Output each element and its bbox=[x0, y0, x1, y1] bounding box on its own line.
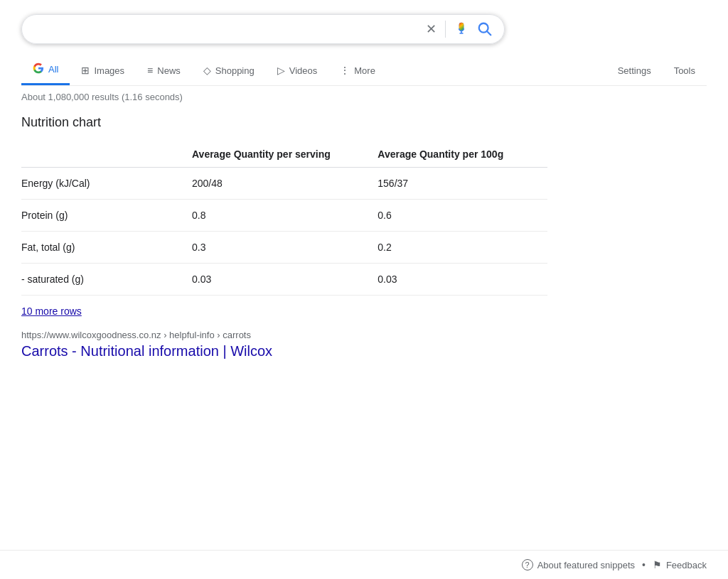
google-g-icon bbox=[33, 63, 44, 76]
table-cell-per_serving: 0.8 bbox=[192, 200, 378, 232]
nutrition-table: Average Quantity per serving Average Qua… bbox=[21, 141, 547, 296]
mic-icon[interactable] bbox=[454, 22, 469, 36]
results-count: About 1,080,000 results (1.16 seconds) bbox=[21, 92, 707, 102]
tab-shopping[interactable]: Shopping bbox=[192, 58, 266, 83]
table-cell-per_100g: 0.03 bbox=[378, 264, 547, 296]
about-snippets-label: About featured snippets bbox=[537, 560, 635, 570]
table-cell-per_serving: 0.3 bbox=[192, 232, 378, 264]
tab-images-label: Images bbox=[94, 65, 124, 76]
col-header-nutrient bbox=[21, 141, 192, 168]
table-row: Energy (kJ/Cal)200/48156/37 bbox=[21, 168, 547, 200]
nutrition-chart-title: Nutrition chart bbox=[21, 115, 707, 130]
table-cell-per_100g: 0.6 bbox=[378, 200, 547, 232]
table-cell-nutrient: Protein (g) bbox=[21, 200, 192, 232]
table-cell-nutrient: - saturated (g) bbox=[21, 264, 192, 296]
col-header-per-100g: Average Quantity per 100g bbox=[378, 141, 547, 168]
flag-icon: ⚑ bbox=[653, 559, 662, 570]
images-icon bbox=[81, 65, 90, 76]
videos-icon bbox=[277, 65, 285, 76]
settings-link[interactable]: Settings bbox=[606, 58, 663, 83]
tab-shopping-label: Shopping bbox=[215, 65, 255, 76]
question-circle-icon: ? bbox=[522, 559, 533, 570]
more-icon bbox=[340, 65, 350, 76]
source-url: https://www.wilcoxgoodness.co.nz › helpf… bbox=[21, 330, 707, 340]
tab-images[interactable]: Images bbox=[70, 58, 136, 83]
source-link[interactable]: Carrots - Nutritional information | Wilc… bbox=[21, 343, 272, 359]
tab-news-label: News bbox=[157, 65, 181, 76]
clear-icon[interactable]: ✕ bbox=[426, 23, 437, 36]
bottom-bar: ? About featured snippets • ⚑ Feedback bbox=[0, 550, 728, 579]
search-input[interactable]: carrots nutritional value per 100g bbox=[33, 23, 426, 36]
divider bbox=[445, 21, 446, 38]
svg-line-3 bbox=[487, 31, 491, 35]
table-row: - saturated (g)0.030.03 bbox=[21, 264, 547, 296]
table-cell-per_serving: 200/48 bbox=[192, 168, 378, 200]
tab-more[interactable]: More bbox=[328, 58, 387, 83]
table-cell-nutrient: Fat, total (g) bbox=[21, 232, 192, 264]
tools-link[interactable]: Tools bbox=[663, 58, 707, 83]
tab-all[interactable]: All bbox=[21, 55, 70, 85]
tab-all-label: All bbox=[48, 64, 58, 75]
col-header-per-serving: Average Quantity per serving bbox=[192, 141, 378, 168]
search-bar: carrots nutritional value per 100g ✕ bbox=[21, 14, 505, 44]
feedback-button[interactable]: ⚑ Feedback bbox=[653, 559, 707, 570]
table-cell-per_100g: 0.2 bbox=[378, 232, 547, 264]
table-row: Protein (g)0.80.6 bbox=[21, 200, 547, 232]
table-cell-nutrient: Energy (kJ/Cal) bbox=[21, 168, 192, 200]
nav-tabs: All Images News Shopping Videos More Set… bbox=[21, 55, 707, 86]
shopping-icon bbox=[203, 65, 211, 76]
table-row: Fat, total (g)0.30.2 bbox=[21, 232, 547, 264]
separator: • bbox=[642, 559, 646, 570]
feedback-label: Feedback bbox=[666, 560, 707, 570]
tab-more-label: More bbox=[354, 65, 375, 76]
tab-videos[interactable]: Videos bbox=[266, 58, 329, 83]
news-icon bbox=[147, 65, 153, 76]
about-snippets[interactable]: ? About featured snippets bbox=[522, 559, 635, 570]
tab-news[interactable]: News bbox=[136, 58, 192, 83]
more-rows-link[interactable]: 10 more rows bbox=[21, 305, 82, 317]
tab-videos-label: Videos bbox=[289, 65, 318, 76]
table-cell-per_serving: 0.03 bbox=[192, 264, 378, 296]
search-submit-icon[interactable] bbox=[477, 21, 493, 37]
table-cell-per_100g: 156/37 bbox=[378, 168, 547, 200]
